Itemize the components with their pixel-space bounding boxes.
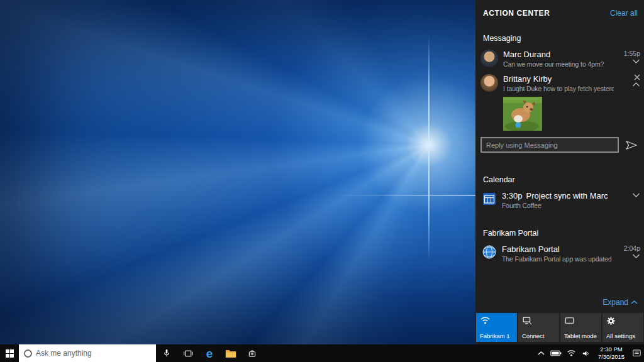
send-icon[interactable] xyxy=(624,140,639,150)
notification-time: 1:55p xyxy=(624,50,640,57)
event-title-row: 3:30pProject sync with Marc xyxy=(502,191,614,200)
expand-label: Expand xyxy=(602,298,628,307)
microphone-icon[interactable] xyxy=(156,344,177,362)
chevron-up-icon[interactable] xyxy=(631,300,638,305)
quick-action-fabrikam1[interactable]: Fabrikam 1 xyxy=(476,313,517,342)
screen: ACTION CENTER Clear all Messaging Marc D… xyxy=(0,0,644,362)
notification-sender: Marc Durand xyxy=(503,50,614,59)
taskbar: e 2:30 PM 7/30/2015 xyxy=(0,344,644,362)
tablet-icon xyxy=(564,316,597,325)
avatar-marc xyxy=(480,50,498,67)
action-center-header: ACTION CENTER Clear all xyxy=(475,0,644,28)
taskbar-clock[interactable]: 2:30 PM 7/30/2015 xyxy=(594,346,629,361)
settings-gear-icon xyxy=(606,316,640,326)
chevron-down-icon[interactable] xyxy=(632,253,640,259)
action-center-title: ACTION CENTER xyxy=(483,9,550,18)
reply-row xyxy=(475,134,644,159)
cortana-icon xyxy=(24,349,32,358)
edge-browser-icon[interactable]: e xyxy=(199,344,220,362)
event-title: Project sync with Marc xyxy=(526,191,608,200)
calendar-section-label: Calendar xyxy=(475,169,644,188)
show-hidden-icons-chevron[interactable] xyxy=(533,344,548,362)
notification-message: The Fabrikam Portal app was updated xyxy=(502,255,614,263)
action-center-tray-icon[interactable] xyxy=(629,344,644,362)
system-tray: 2:30 PM 7/30/2015 xyxy=(533,344,644,362)
notification-time: 2:04p xyxy=(624,244,640,252)
fabrikam-section-label: Fabrikam Portal xyxy=(475,222,644,241)
notification-meta: 2:04p xyxy=(619,244,640,259)
notification-calendar-event[interactable]: 3:30pProject sync with Marc Fourth Coffe… xyxy=(475,188,644,212)
notification-brittany-kirby[interactable]: Brittany Kirby I taught Duke how to play… xyxy=(475,71,644,96)
notification-attachment xyxy=(475,96,644,134)
notification-marc-durand[interactable]: Marc Durand Can we move our meeting to 4… xyxy=(475,47,644,71)
quick-actions: Fabrikam 1 Connect Tablet mode xyxy=(475,313,644,344)
quick-action-label: Fabrikam 1 xyxy=(480,332,513,339)
action-center-footer: Expand Fabrikam 1 Connect xyxy=(475,294,644,344)
windows-logo-icon xyxy=(6,349,14,358)
notification-body: Brittany Kirby I taught Duke how to play… xyxy=(503,74,614,92)
notification-meta xyxy=(619,74,640,87)
notification-message: I taught Duke how to play fetch yesterda… xyxy=(503,85,614,92)
wifi-icon xyxy=(480,316,513,325)
chevron-up-icon[interactable] xyxy=(632,82,640,87)
action-center-panel: ACTION CENTER Clear all Messaging Marc D… xyxy=(475,0,644,344)
notification-body: 3:30pProject sync with Marc Fourth Coffe… xyxy=(502,191,614,209)
store-icon[interactable] xyxy=(242,344,263,362)
quick-action-label: Tablet mode xyxy=(564,332,597,339)
volume-icon[interactable] xyxy=(579,344,594,362)
calendar-icon xyxy=(482,191,497,206)
reply-input[interactable] xyxy=(480,137,619,153)
clock-date: 7/30/2015 xyxy=(595,353,628,361)
wallpaper-window-frame-vertical xyxy=(428,35,430,262)
search-input[interactable] xyxy=(36,349,151,358)
event-subtitle: Fourth Coffee xyxy=(502,202,614,209)
file-explorer-icon[interactable] xyxy=(220,344,242,362)
avatar-brittany xyxy=(480,74,498,92)
expand-link[interactable]: Expand xyxy=(602,298,628,307)
notification-body: Fabrikam Portal The Fabrikam Portal app … xyxy=(502,244,614,263)
chevron-down-icon[interactable] xyxy=(632,192,640,198)
notification-body: Marc Durand Can we move our meeting to 4… xyxy=(503,50,614,68)
network-wifi-icon[interactable] xyxy=(564,344,579,362)
quick-action-label: All settings xyxy=(606,332,640,339)
clear-all-link[interactable]: Clear all xyxy=(610,9,638,18)
event-time: 3:30p xyxy=(502,191,523,200)
close-icon[interactable] xyxy=(634,74,640,80)
notification-meta: 1:55p xyxy=(619,50,640,64)
clock-time: 2:30 PM xyxy=(595,346,628,353)
quick-action-tablet-mode[interactable]: Tablet mode xyxy=(560,313,601,342)
task-view-button[interactable] xyxy=(177,344,199,362)
messaging-section-label: Messaging xyxy=(475,28,644,47)
connect-icon xyxy=(522,316,555,325)
quick-action-label: Connect xyxy=(522,332,555,339)
notification-title: Fabrikam Portal xyxy=(502,244,614,254)
globe-icon xyxy=(482,244,497,260)
notification-sender: Brittany Kirby xyxy=(503,74,614,84)
start-button[interactable] xyxy=(0,344,19,362)
wallpaper-window-frame-horizontal xyxy=(335,195,489,196)
chevron-down-icon[interactable] xyxy=(632,58,640,64)
notification-meta xyxy=(619,191,640,198)
notification-fabrikam-portal[interactable]: Fabrikam Portal The Fabrikam Portal app … xyxy=(475,241,644,266)
quick-action-connect[interactable]: Connect xyxy=(518,313,559,342)
notification-message: Can we move our meeting to 4pm? xyxy=(503,60,614,68)
search-box[interactable] xyxy=(19,344,156,362)
attachment-photo-dog xyxy=(503,97,542,131)
battery-icon[interactable] xyxy=(548,344,564,362)
quick-action-all-settings[interactable]: All settings xyxy=(602,313,643,342)
